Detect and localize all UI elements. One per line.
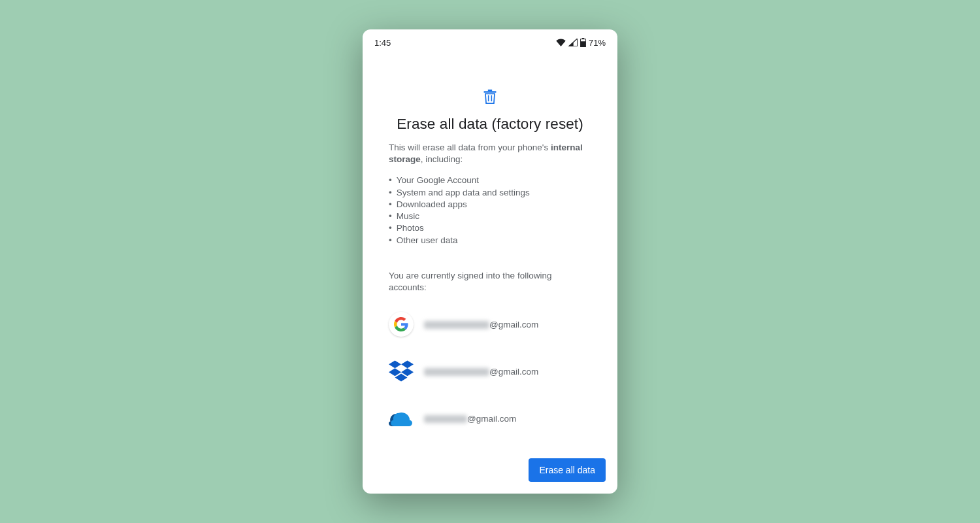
account-email: @gmail.com xyxy=(424,367,538,377)
erase-all-data-button[interactable]: Erase all data xyxy=(529,458,606,482)
account-row-dropbox: @gmail.com xyxy=(389,359,591,384)
email-suffix: @gmail.com xyxy=(489,320,538,329)
erase-bullets: Your Google Account System and app data … xyxy=(389,175,591,246)
svg-marker-7 xyxy=(389,361,401,369)
account-row-google: @gmail.com xyxy=(389,312,591,337)
svg-marker-8 xyxy=(401,361,414,369)
status-bar: 1:45 71% xyxy=(363,33,617,52)
account-row-onedrive: @gmail.com xyxy=(389,406,591,431)
footer: Erase all data xyxy=(529,458,606,482)
bullet-item: Your Google Account xyxy=(389,175,591,186)
bullet-item: Music xyxy=(389,211,591,222)
svg-rect-4 xyxy=(488,90,492,91)
description-suffix: , including: xyxy=(421,154,463,164)
dropbox-icon xyxy=(389,359,414,384)
email-suffix: @gmail.com xyxy=(489,367,538,377)
description: This will erase all data from your phone… xyxy=(389,142,591,165)
redacted-text xyxy=(424,321,489,329)
redacted-text xyxy=(424,415,467,423)
bullet-item: Photos xyxy=(389,222,591,234)
description-prefix: This will erase all data from your phone… xyxy=(389,143,551,152)
svg-rect-2 xyxy=(581,41,586,47)
cell-signal-icon xyxy=(568,39,578,46)
page-title: Erase all data (factory reset) xyxy=(389,116,591,133)
onedrive-icon xyxy=(389,406,414,431)
main-content: Erase all data (factory reset) This will… xyxy=(363,52,617,494)
account-email: @gmail.com xyxy=(424,320,538,329)
bullet-item: Other user data xyxy=(389,235,591,246)
svg-rect-3 xyxy=(484,91,497,92)
redacted-text xyxy=(424,368,489,376)
google-icon xyxy=(389,312,414,337)
status-time: 1:45 xyxy=(374,38,391,48)
account-email: @gmail.com xyxy=(424,414,516,424)
battery-icon xyxy=(580,38,586,47)
phone-frame: 1:45 71% Erase all data (factory xyxy=(363,29,617,494)
bullet-item: Downloaded apps xyxy=(389,199,591,211)
wifi-icon xyxy=(556,39,566,46)
accounts-label: You are currently signed into the follow… xyxy=(389,270,591,294)
bullet-item: System and app data and settings xyxy=(389,187,591,199)
battery-percentage: 71% xyxy=(589,38,606,48)
trash-icon xyxy=(389,90,591,104)
status-icons: 71% xyxy=(556,38,606,48)
email-suffix: @gmail.com xyxy=(467,414,516,424)
